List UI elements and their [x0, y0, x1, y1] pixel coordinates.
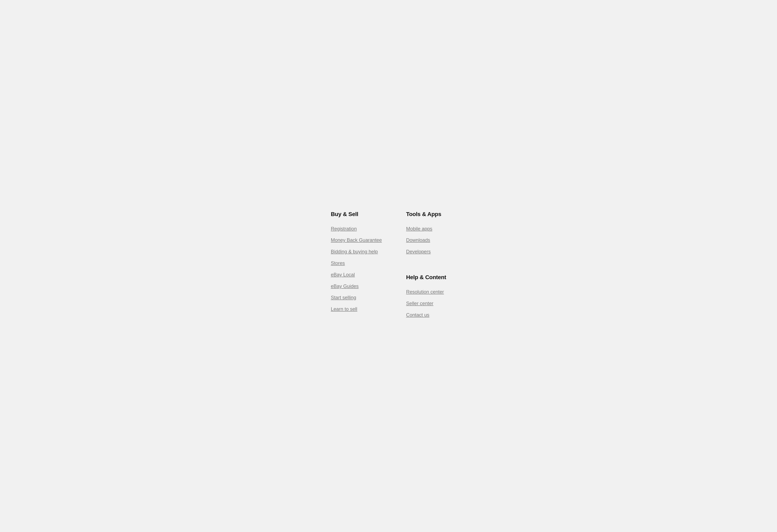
ebay-local-link[interactable]: eBay Local [331, 269, 355, 280]
mobile-apps-link[interactable]: Mobile apps [406, 224, 432, 234]
downloads-link[interactable]: Downloads [406, 235, 430, 246]
list-item: Downloads [406, 235, 446, 246]
start-selling-link[interactable]: Start selling [331, 292, 356, 303]
list-item: eBay Local [331, 269, 382, 280]
resolution-center-link[interactable]: Resolution center [406, 287, 444, 297]
developers-link[interactable]: Developers [406, 246, 431, 257]
list-item: Learn to sell [331, 304, 382, 314]
help-content-section: Help & Content Resolution center Seller … [406, 270, 446, 321]
list-item: Money Back Guarantee [331, 235, 382, 246]
ebay-guides-link[interactable]: eBay Guides [331, 281, 358, 292]
list-item: Developers [406, 246, 446, 257]
buy-sell-column: Buy & Sell Registration Money Back Guara… [331, 211, 382, 321]
bidding-buying-help-link[interactable]: Bidding & buying help [331, 246, 378, 257]
registration-link[interactable]: Registration [331, 224, 357, 234]
right-column: Tools & Apps Mobile apps Downloads Devel… [406, 211, 446, 321]
help-content-link-list: Resolution center Seller center Contact … [406, 287, 446, 321]
learn-to-sell-link[interactable]: Learn to sell [331, 304, 357, 314]
list-item: eBay Guides [331, 281, 382, 292]
list-item: Bidding & buying help [331, 246, 382, 257]
buy-sell-link-list: Registration Money Back Guarantee Biddin… [331, 224, 382, 315]
seller-center-link[interactable]: Seller center [406, 298, 433, 309]
list-item: Contact us [406, 310, 446, 320]
help-content-title: Help & Content [406, 274, 446, 281]
list-item: Registration [331, 224, 382, 234]
list-item: Start selling [331, 292, 382, 303]
tools-apps-link-list: Mobile apps Downloads Developers [406, 224, 446, 258]
stores-link[interactable]: Stores [331, 258, 345, 269]
list-item: Seller center [406, 298, 446, 309]
contact-us-link[interactable]: Contact us [406, 310, 429, 320]
list-item: Stores [331, 258, 382, 269]
list-item: Resolution center [406, 287, 446, 297]
buy-sell-title: Buy & Sell [331, 211, 382, 218]
money-back-guarantee-link[interactable]: Money Back Guarantee [331, 235, 382, 246]
tools-apps-section: Tools & Apps Mobile apps Downloads Devel… [406, 211, 446, 258]
footer-links-container: Buy & Sell Registration Money Back Guara… [323, 195, 454, 338]
tools-apps-title: Tools & Apps [406, 211, 446, 218]
list-item: Mobile apps [406, 224, 446, 234]
